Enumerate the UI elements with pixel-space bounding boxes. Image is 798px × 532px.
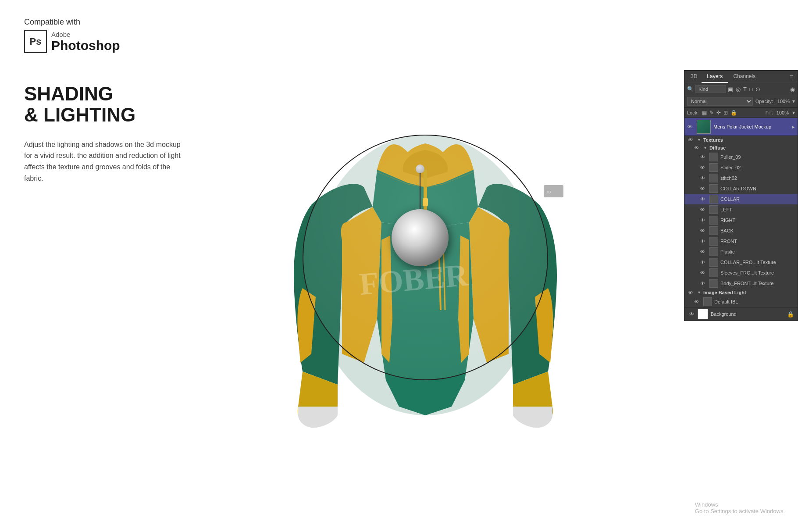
layer-eye-icon[interactable]: 👁 [688,290,695,295]
main-layer-expand-icon[interactable]: ▸ [792,124,795,130]
opacity-label: Opacity: [755,99,773,104]
group-triangle-icon: ▼ [703,146,707,150]
layer-small-thumb [709,195,718,204]
layer-small-thumb [709,174,718,182]
bg-layer[interactable]: 👁 Background 🔒 [684,307,798,321]
layer-item[interactable]: 👁 Puller_09 [684,152,798,162]
ps-icon: Ps [24,30,47,53]
svg-rect-3 [423,198,428,206]
layer-group-header[interactable]: 👁 ▼ Textures [684,136,798,144]
opacity-chevron: ▾ [792,98,795,104]
layer-eye-icon[interactable]: 👁 [700,260,707,265]
layer-item-name: COLLAR [720,196,794,202]
layer-eye-icon[interactable]: 👁 [700,165,707,170]
layer-item[interactable]: 👁 FRONT [684,236,798,246]
layer-group-name: Image Based Light [703,290,746,295]
layer-item[interactable]: 👁 COLLAR [684,194,798,204]
layer-item[interactable]: 👁 COLLAR_FRO...lt Texture [684,257,798,268]
filter-adjust-icon[interactable]: ◎ [736,86,741,93]
search-icon: 🔍 [687,86,694,92]
layer-eye-icon[interactable]: 👁 [700,207,707,212]
jacket-container: FOBER 3D WITH INSTRUCTIONS [153,26,697,506]
lock-brush-icon[interactable]: ✎ [709,110,714,116]
windows-watermark: Windows Go to Settings to activate Windo… [695,501,785,514]
layer-item[interactable]: 👁 RIGHT [684,215,798,225]
layer-item[interactable]: 👁 Default IBL [684,296,798,307]
main-layer-eye-icon[interactable]: 👁 [687,124,694,130]
filter-shape-icon[interactable]: □ [749,86,753,93]
main-layer-name: Mens Polar Jacket Mockup [713,124,790,129]
lock-all-icon[interactable]: 🔒 [730,110,737,116]
filter-smart-icon[interactable]: ⊙ [755,86,760,93]
light-sphere[interactable] [392,209,449,266]
layer-item[interactable]: 👁 LEFT [684,204,798,215]
layer-eye-icon[interactable]: 👁 [700,249,707,254]
layer-item[interactable]: 👁 Body_FRONT...lt Texture [684,278,798,289]
kind-dropdown[interactable]: Kind [695,85,726,93]
tab-3d[interactable]: 3D [686,71,702,83]
layers-list: 👁 ▼ Textures 👁 ▼ Diffuse 👁 Puller_09 👁 S… [684,136,798,307]
blend-mode-select[interactable]: Normal [687,97,753,106]
layer-eye-icon[interactable]: 👁 [700,196,707,202]
layer-eye-icon[interactable]: 👁 [700,218,707,223]
layer-item-name: FRONT [720,239,794,244]
layer-small-thumb [709,216,718,225]
toolbar-filter-icons: ▣ ◎ T □ ⊙ [728,86,760,93]
svg-text:INSTRUCTIONS: INSTRUCTIONS [563,382,574,385]
layer-eye-icon[interactable]: 👁 [700,154,707,160]
layer-item[interactable]: 👁 Slider_02 [684,162,798,173]
layer-eye-icon[interactable]: 👁 [700,239,707,244]
panel-menu-icon[interactable]: ≡ [787,71,796,83]
layer-item[interactable]: 👁 Sleeves_FRO...lt Texture [684,268,798,278]
layer-eye-icon[interactable]: 👁 [700,228,707,233]
layer-group-name: Diffuse [709,145,726,150]
group-triangle-icon: ▼ [697,290,701,295]
layer-group-header[interactable]: 👁 ▼ Image Based Light [684,289,798,296]
opacity-value[interactable]: 100% [776,99,790,104]
bg-layer-name: Background [711,311,737,317]
compatible-text: Compatible with [24,18,120,27]
layer-eye-icon[interactable]: 👁 [700,270,707,275]
layer-eye-icon[interactable]: 👁 [694,299,701,304]
layer-item-name: LEFT [720,207,794,212]
lock-label: Lock: [687,110,698,115]
layer-item-name: Slider_02 [720,165,794,170]
ps-logo: Ps Adobe Photoshop [24,30,120,53]
layer-group-header[interactable]: 👁 ▼ Diffuse [684,144,798,152]
layer-eye-icon[interactable]: 👁 [694,145,701,150]
tab-layers[interactable]: Layers [702,71,728,83]
toggle-filter-icon[interactable]: ◉ [790,86,795,93]
lock-artboard-icon[interactable]: ⊞ [723,110,728,116]
layer-item[interactable]: 👁 COLLAR DOWN [684,183,798,194]
layer-item-name: stitch02 [720,175,794,181]
layer-small-thumb [709,205,718,214]
compatible-section: Compatible with Ps Adobe Photoshop [24,18,120,53]
layer-item-name: Default IBL [714,299,794,304]
lock-checkerboard-icon[interactable]: ▦ [702,110,707,116]
bg-layer-eye-icon[interactable]: 👁 [688,311,695,318]
lock-move-icon[interactable]: ✛ [716,110,721,116]
layer-eye-icon[interactable]: 👁 [688,137,695,143]
layer-eye-icon[interactable]: 👁 [700,186,707,191]
panel-lock-row: Lock: ▦ ✎ ✛ ⊞ 🔒 Fill: 100% ▾ [684,108,798,118]
filter-pixel-icon[interactable]: ▣ [728,86,733,93]
layer-small-thumb [709,258,718,267]
layer-item-name: COLLAR_FRO...lt Texture [720,260,794,265]
adobe-photoshop-label: Adobe Photoshop [51,31,120,53]
svg-text:WITH: WITH [570,377,574,381]
group-triangle-icon: ▼ [697,138,701,142]
layer-item[interactable]: 👁 stitch02 [684,173,798,183]
tab-channels[interactable]: Channels [728,71,761,83]
layer-item[interactable]: 👁 Plastic [684,246,798,257]
jacket-wrapper: FOBER 3D WITH INSTRUCTIONS [276,100,574,433]
filter-type-icon[interactable]: T [743,86,747,93]
layer-eye-icon[interactable]: 👁 [700,175,707,181]
layer-eye-icon[interactable]: 👁 [700,281,707,286]
main-layer[interactable]: 👁 Mens Polar Jacket Mockup ▸ [684,118,798,136]
windows-text-1: Windows [695,501,785,508]
light-handle-dot[interactable] [416,164,424,173]
layer-item[interactable]: 👁 BACK [684,225,798,236]
fill-value[interactable]: 100% [777,110,789,115]
svg-text:3D: 3D [546,190,551,194]
windows-text-2: Go to Settings to activate Windows. [695,508,785,514]
